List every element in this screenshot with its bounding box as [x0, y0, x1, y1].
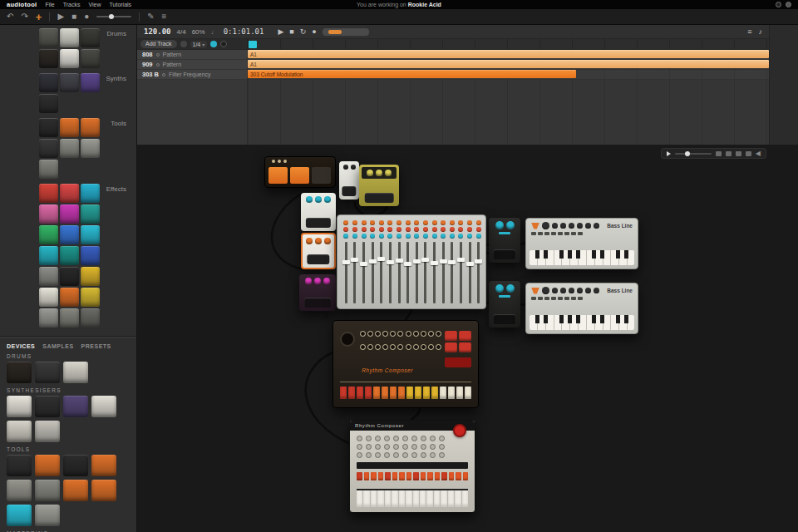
- amp-device[interactable]: [264, 156, 336, 188]
- drum-machine-808[interactable]: Rhythm Composer: [332, 320, 479, 408]
- menu-tracks[interactable]: Tracks: [63, 2, 81, 7]
- tr808-step-button[interactable]: [431, 387, 438, 399]
- bassline-knob[interactable]: [585, 223, 591, 229]
- tr909-step-button[interactable]: [413, 472, 419, 480]
- mixer-knob[interactable]: [458, 227, 463, 232]
- pedal-footswitch[interactable]: [304, 298, 331, 308]
- mixer-knob[interactable]: [352, 227, 357, 232]
- device-thumbnail[interactable]: [91, 396, 116, 417]
- bassline-button[interactable]: [538, 232, 543, 235]
- tr909-step-button[interactable]: [392, 472, 398, 480]
- mixer-fader-handle[interactable]: [360, 262, 367, 266]
- tr808-knob[interactable]: [413, 344, 419, 350]
- mixer-knob[interactable]: [370, 220, 375, 225]
- device-icon[interactable]: [39, 267, 58, 286]
- device-thumbnail[interactable]: [63, 362, 88, 383]
- tr909-knob[interactable]: [375, 444, 381, 450]
- device-icon[interactable]: [60, 118, 79, 137]
- bassline-black-key[interactable]: [576, 315, 580, 323]
- mixer-fader-handle[interactable]: [466, 262, 474, 266]
- pedal-knob[interactable]: [367, 170, 373, 176]
- device-thumbnail[interactable]: [35, 396, 60, 417]
- device-icon[interactable]: [81, 225, 100, 244]
- tr808-knob[interactable]: [428, 331, 434, 337]
- tr808-step-button[interactable]: [382, 387, 388, 399]
- pedal-device-magenta[interactable]: [299, 274, 336, 311]
- time-signature[interactable]: 4/4: [177, 28, 186, 36]
- tr909-step-button[interactable]: [427, 472, 433, 480]
- bassline-black-key[interactable]: [535, 250, 539, 259]
- bassline-device-2[interactable]: Bass Line: [525, 283, 638, 334]
- bassline-button[interactable]: [564, 232, 569, 235]
- device-icon[interactable]: [39, 246, 58, 265]
- tr909-key-button[interactable]: [462, 490, 468, 507]
- bassline-button[interactable]: [578, 297, 583, 300]
- tr909-knob[interactable]: [439, 444, 445, 450]
- tr808-step-button[interactable]: [373, 387, 380, 399]
- device-icon[interactable]: [39, 49, 58, 68]
- amp-knob[interactable]: [272, 160, 275, 163]
- tr808-step-button[interactable]: [440, 387, 446, 399]
- device-icon[interactable]: [81, 267, 100, 286]
- mixer-knob[interactable]: [450, 227, 455, 232]
- device-icon[interactable]: [60, 246, 79, 265]
- tr909-knob[interactable]: [393, 444, 399, 450]
- bassline-black-key[interactable]: [559, 315, 564, 323]
- device-icon[interactable]: [81, 204, 100, 224]
- mixer-fader-handle[interactable]: [448, 260, 456, 264]
- play-icon[interactable]: ▶: [57, 12, 64, 21]
- bassline-black-key[interactable]: [616, 315, 620, 323]
- device-icon[interactable]: [39, 94, 58, 113]
- mixer-knob[interactable]: [379, 220, 384, 225]
- tr808-knob[interactable]: [360, 331, 366, 337]
- bassline-button[interactable]: [571, 232, 576, 235]
- bassline-knob[interactable]: [542, 222, 549, 229]
- mixer-fader-handle[interactable]: [377, 257, 385, 261]
- bassline-button[interactable]: [544, 232, 549, 235]
- menu-file[interactable]: File: [45, 2, 54, 7]
- device-thumbnail[interactable]: [35, 362, 60, 383]
- device-icon[interactable]: [39, 118, 58, 137]
- bassline-knob[interactable]: [569, 223, 574, 229]
- tr909-key-button[interactable]: [377, 490, 383, 507]
- timeline-empty-area[interactable]: [137, 80, 769, 145]
- amp-knob[interactable]: [283, 160, 287, 163]
- device-thumbnail[interactable]: [35, 455, 60, 476]
- tr909-step-button[interactable]: [371, 472, 377, 480]
- mixer-knob[interactable]: [362, 234, 367, 239]
- tr909-key-button[interactable]: [420, 490, 426, 507]
- record-icon[interactable]: ●: [84, 12, 89, 21]
- tr808-step-button[interactable]: [423, 387, 430, 399]
- device-icon[interactable]: [81, 118, 100, 137]
- tr808-knob[interactable]: [382, 331, 388, 337]
- pedal-footswitch[interactable]: [365, 193, 394, 203]
- tr909-knob[interactable]: [384, 444, 390, 450]
- collapse-chevron-icon[interactable]: ◀: [756, 150, 761, 157]
- mixer-knob[interactable]: [379, 234, 384, 239]
- bassline-button[interactable]: [538, 297, 543, 300]
- mixer-fader-handle[interactable]: [421, 258, 429, 262]
- bassline-knob[interactable]: [577, 223, 583, 229]
- mixer-knob[interactable]: [423, 234, 428, 239]
- tr808-step-button[interactable]: [415, 387, 421, 399]
- tr909-step-button[interactable]: [463, 472, 469, 480]
- mixer-knob[interactable]: [458, 220, 463, 225]
- mixer-fader-handle[interactable]: [387, 260, 394, 264]
- tr909-step-button[interactable]: [406, 472, 412, 480]
- bassline-black-key[interactable]: [544, 250, 548, 259]
- tr808-step-button[interactable]: [465, 387, 471, 399]
- tr808-knob[interactable]: [397, 344, 403, 350]
- tr909-step-button[interactable]: [378, 472, 384, 480]
- tr808-step-button[interactable]: [456, 387, 463, 399]
- mixer-knob[interactable]: [397, 227, 401, 232]
- mixer-knob[interactable]: [387, 234, 392, 239]
- pedal-knob[interactable]: [323, 278, 330, 284]
- bassline-knob[interactable]: [594, 223, 599, 229]
- mixer-knob[interactable]: [414, 227, 419, 232]
- desktop[interactable]: ◀: [137, 145, 798, 532]
- tr808-knob[interactable]: [390, 344, 396, 350]
- tr909-knob[interactable]: [384, 436, 390, 441]
- pedal-footswitch[interactable]: [306, 218, 331, 228]
- folder-icon[interactable]: [726, 151, 732, 156]
- bassline-button[interactable]: [578, 232, 583, 235]
